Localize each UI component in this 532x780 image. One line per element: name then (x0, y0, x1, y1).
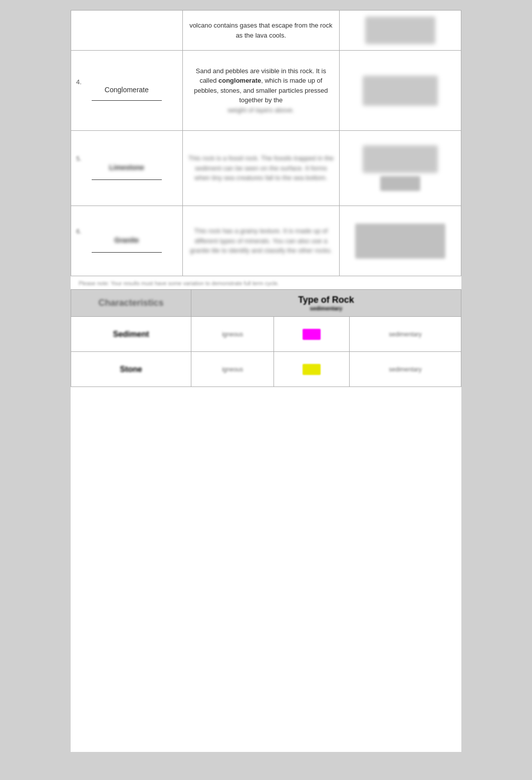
image-placeholder (345, 17, 456, 44)
table-row: volcano contains gases that escape from … (71, 11, 461, 51)
highlight-magenta: ​ (303, 329, 321, 340)
name-underline (92, 179, 162, 180)
highlight-yellow: ​ (303, 364, 321, 375)
cell-text: igneous (222, 331, 243, 338)
rock-image (363, 76, 438, 106)
image-cell (340, 206, 461, 276)
rock-name-blurred: Limestone (76, 162, 177, 173)
classification-col2-header: Type of Rock sedimentary (191, 290, 461, 317)
cell-text: sedimentary (389, 366, 421, 373)
rock-name-cell: 5. Limestone (71, 131, 183, 206)
description-text-blurred: This rock has a grainy texture. It is ma… (188, 226, 335, 256)
desc-bold: conglomerate (218, 77, 261, 84)
rock-image (355, 224, 445, 259)
description-cell: volcano contains gases that escape from … (182, 11, 340, 51)
description-cell: This rock has a grainy texture. It is ma… (182, 206, 340, 276)
table-row: Stone igneous ​ sedimentary (71, 352, 461, 387)
classification-cell-highlight: ​ (274, 317, 350, 352)
image-placeholder (345, 224, 456, 259)
name-underline (92, 252, 162, 253)
characteristics-header: Characteristics (77, 296, 185, 310)
classification-row-label: Sediment (71, 317, 191, 352)
rock-type-sub: sedimentary (197, 305, 455, 311)
rock-name-cell (71, 11, 183, 51)
row-label-stone: Stone (77, 365, 185, 374)
classification-col1-header: Characteristics (71, 290, 191, 317)
rock-image (363, 145, 438, 173)
row-label-sediment: Sediment (77, 330, 185, 339)
classification-cell: sedimentary (349, 352, 461, 387)
table-row: 5. Limestone This rock is a fossil rock.… (71, 131, 461, 206)
rock-name-cell: 4. Conglomerate (71, 51, 183, 131)
note-text: Please note: Your results must have some… (71, 276, 461, 289)
description-text: Sand and pebbles are visible in this roc… (188, 66, 335, 115)
name-underline (92, 100, 162, 101)
classification-cell: igneous (191, 317, 274, 352)
classification-table: Characteristics Type of Rock sedimentary… (71, 289, 461, 387)
table-row: 4. Conglomerate Sand and pebbles are vis… (71, 51, 461, 131)
rock-image-small (380, 176, 420, 191)
image-cell (340, 51, 461, 131)
main-table: volcano contains gases that escape from … (71, 10, 461, 276)
cell-text: igneous (222, 366, 243, 373)
classification-cell: igneous (191, 352, 274, 387)
image-cell (340, 11, 461, 51)
description-text-blurred: This rock is a fossil rock. The fossils … (188, 153, 335, 183)
image-cell (340, 131, 461, 206)
classification-header-row: Characteristics Type of Rock sedimentary (71, 290, 461, 317)
page: volcano contains gases that escape from … (71, 10, 461, 752)
table-row: Sediment igneous ​ sedimentary (71, 317, 461, 352)
rock-name: Conglomerate (76, 86, 177, 94)
description-cell: This rock is a fossil rock. The fossils … (182, 131, 340, 206)
image-placeholder (345, 76, 456, 106)
classification-cell-highlight: ​ (274, 352, 350, 387)
rock-image (365, 17, 435, 44)
desc-tail: weight of layers above. (227, 106, 294, 114)
classification-cell: sedimentary (349, 317, 461, 352)
row-number-label: 4. (76, 78, 177, 86)
cell-text: sedimentary (389, 331, 421, 338)
description-cell: Sand and pebbles are visible in this roc… (182, 51, 340, 131)
rock-name-blurred: Granite (76, 235, 177, 246)
type-of-rock-header: Type of Rock (197, 295, 455, 305)
rock-name-cell: 6. Granite (71, 206, 183, 276)
table-row: 6. Granite This rock has a grainy textur… (71, 206, 461, 276)
image-placeholder (345, 145, 456, 191)
classification-row-label: Stone (71, 352, 191, 387)
description-text: volcano contains gases that escape from … (188, 21, 335, 40)
